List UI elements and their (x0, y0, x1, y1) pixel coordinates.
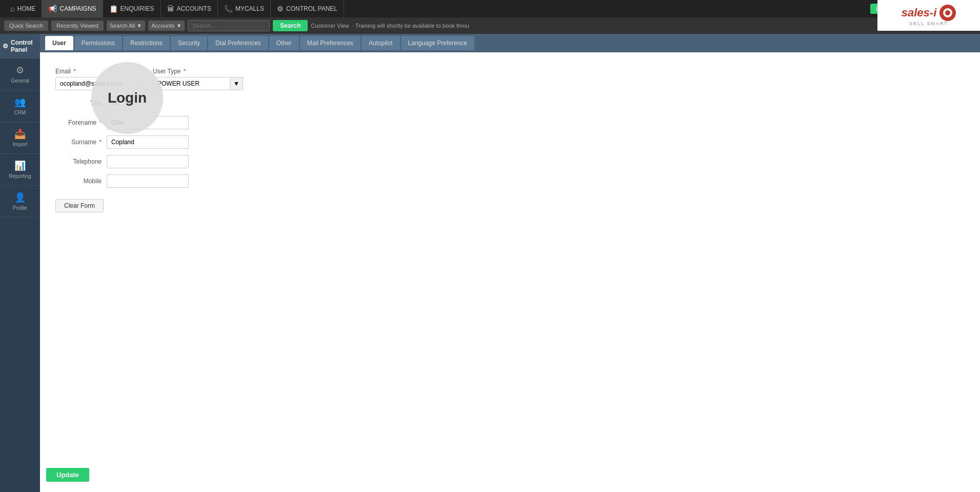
nav-enquiries-label: ENQUIRIES (121, 5, 154, 12)
controlpanel-icon: ⚙ (277, 5, 284, 13)
search-input[interactable] (188, 20, 270, 31)
nav-accounts[interactable]: 🏛 ACCOUNTS (161, 0, 218, 17)
import-icon: 📥 (14, 128, 26, 140)
reporting-icon: 📊 (14, 160, 26, 171)
forename-label: Forename * (55, 119, 102, 126)
sidebar: ⚙ Control Panel ⚙ General 👥 CRM 📥 Import… (0, 34, 40, 492)
tab-dialpreferences[interactable]: Dial Preferences (208, 36, 268, 50)
content-wrapper: Login User Permissions Restrictions Secu… (40, 34, 980, 223)
telephone-label: Telephone (55, 158, 102, 165)
forename-row: Forename * (55, 116, 965, 129)
tabs-bar: User Permissions Restrictions Security D… (40, 34, 980, 52)
sidebar-item-crm-label: CRM (14, 110, 26, 115)
tab-restrictions[interactable]: Restrictions (123, 36, 170, 50)
enquiries-icon: 📋 (109, 5, 118, 13)
general-icon: ⚙ (16, 65, 24, 76)
email-required: * (73, 68, 76, 75)
clear-form-button[interactable]: Clear Form (55, 199, 104, 212)
sidebar-item-reporting[interactable]: 📊 Reporting (0, 154, 40, 186)
accounts-dropdown[interactable]: Accounts ▼ (148, 21, 185, 31)
form-content: Email * User Type * ▼ (40, 52, 980, 223)
main-layout: ⚙ Control Panel ⚙ General 👥 CRM 📥 Import… (0, 34, 980, 492)
nav-controlpanel[interactable]: ⚙ CONTROL PANEL (271, 0, 344, 17)
tab-security[interactable]: Security (171, 36, 207, 50)
sidebar-item-general[interactable]: ⚙ General (0, 58, 40, 90)
sidebar-header: ⚙ Control Panel (0, 34, 40, 58)
sidebar-item-import[interactable]: 📥 Import (0, 122, 40, 154)
usertype-field-group: User Type * ▼ (153, 68, 243, 90)
sidebar-item-import-label: Import (13, 142, 27, 147)
nav-campaigns-label: CAMPAIGNS (59, 5, 96, 12)
nav-controlpanel-label: CONTROL PANEL (286, 5, 337, 12)
top-nav: ⌂ HOME 📢 CAMPAIGNS 📋 ENQUIRIES 🏛 ACCOUNT… (0, 0, 980, 17)
crm-icon: 👥 (14, 96, 26, 108)
sidebar-item-reporting-label: Reporting (9, 173, 31, 179)
profile-icon: 👤 (14, 192, 26, 203)
usertype-container: ▼ (153, 77, 243, 90)
mobile-input[interactable] (107, 174, 189, 188)
logo-area: sales-i SELL SMART (877, 0, 980, 31)
telephone-input[interactable] (107, 155, 189, 168)
title-row: Title Mr Mrs Ms Dr (55, 96, 965, 110)
nav-home-label: HOME (17, 5, 35, 12)
sidebar-item-profile-label: Profile (13, 205, 27, 211)
usertype-input[interactable] (153, 77, 230, 90)
customer-view-link[interactable]: Customer View (311, 23, 349, 29)
surname-required: * (99, 139, 102, 146)
accounts-icon: 🏛 (167, 5, 174, 13)
usertype-label: User Type * (153, 68, 243, 75)
sidebar-title: Control Panel (11, 39, 37, 53)
nav-mycalls-label: MYCALLS (235, 5, 264, 12)
tab-other[interactable]: Other (269, 36, 299, 50)
logo-tagline: SELL SMART (909, 21, 948, 26)
sidebar-item-crm[interactable]: 👥 CRM (0, 90, 40, 122)
quick-search-button[interactable]: Quick Search (4, 21, 48, 31)
surname-input[interactable] (107, 135, 189, 149)
login-overlay-text: Login (108, 90, 147, 106)
nav-mycalls[interactable]: 📞 MYCALLS (218, 0, 271, 17)
nav-home[interactable]: ⌂ HOME (4, 0, 42, 17)
recently-viewed-button[interactable]: Recently Viewed (51, 21, 104, 31)
usertype-required: * (184, 68, 186, 75)
search-submit-button[interactable]: Search (273, 20, 308, 31)
usertype-arrow[interactable]: ▼ (230, 77, 243, 90)
mobile-label: Mobile (55, 178, 102, 185)
sidebar-item-profile[interactable]: 👤 Profile (0, 186, 40, 218)
tab-languagepreference[interactable]: Language Preference (401, 36, 474, 50)
login-overlay: Login (91, 62, 163, 134)
content-area: Login User Permissions Restrictions Secu… (40, 34, 980, 492)
search-all-dropdown[interactable]: Search All ▼ (107, 21, 145, 31)
update-button[interactable]: Update (46, 468, 89, 482)
tab-user[interactable]: User (45, 36, 73, 50)
mobile-row: Mobile (55, 174, 965, 188)
surname-row: Surname * (55, 135, 965, 149)
nav-enquiries[interactable]: 📋 ENQUIRIES (103, 0, 161, 17)
telephone-row: Telephone (55, 155, 965, 168)
nav-campaigns[interactable]: 📢 CAMPAIGNS (42, 0, 103, 17)
controlpanel-sidebar-icon: ⚙ (3, 43, 8, 50)
nav-accounts-label: ACCOUNTS (177, 5, 211, 12)
tab-mailpreferences[interactable]: Mail Preferences (300, 36, 361, 50)
surname-label: Surname * (55, 139, 102, 146)
campaigns-icon: 📢 (48, 5, 57, 13)
sidebar-item-general-label: General (11, 78, 29, 84)
home-icon: ⌂ (10, 5, 14, 13)
logo-brand: sales-i (902, 6, 937, 19)
email-usertype-row: Email * User Type * ▼ (55, 63, 965, 90)
tab-permissions[interactable]: Permissions (74, 36, 122, 50)
mycalls-icon: 📞 (224, 5, 233, 13)
search-bar: Quick Search Recently Viewed Search All … (0, 17, 980, 34)
tab-autopilot[interactable]: Autopilot (362, 36, 400, 50)
